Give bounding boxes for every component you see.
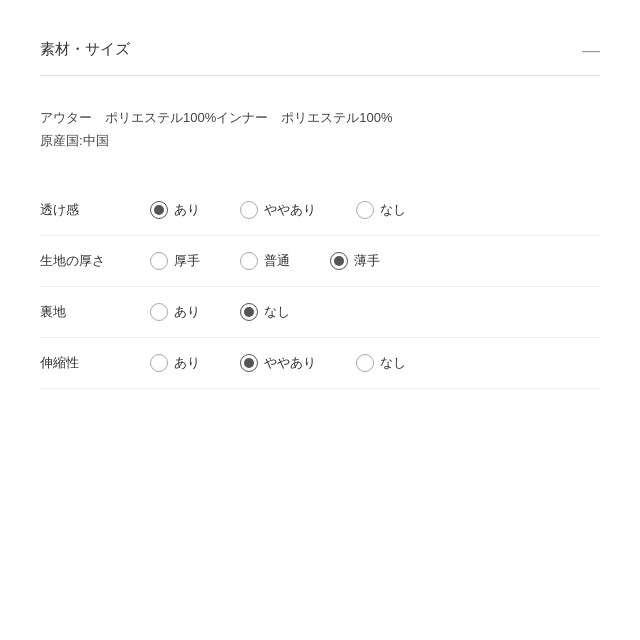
radio-label-2-1: なし [264, 303, 290, 321]
section-title: 素材・サイズ [40, 40, 130, 59]
attributes-list: 透け感ありややありなし生地の厚さ厚手普通薄手裏地ありなし伸縮性ありややありなし [40, 185, 600, 389]
radio-option-3-2[interactable]: なし [356, 354, 406, 372]
attribute-row: 裏地ありなし [40, 287, 600, 338]
radio-circle-0-1 [240, 201, 258, 219]
attribute-label-3: 伸縮性 [40, 354, 150, 372]
radio-option-1-0[interactable]: 厚手 [150, 252, 200, 270]
radio-label-0-2: なし [380, 201, 406, 219]
radio-label-3-1: ややあり [264, 354, 316, 372]
attribute-label-0: 透け感 [40, 201, 150, 219]
radio-circle-2-0 [150, 303, 168, 321]
radio-option-0-0[interactable]: あり [150, 201, 200, 219]
attribute-options-2: ありなし [150, 303, 600, 321]
attribute-options-0: ありややありなし [150, 201, 600, 219]
radio-option-3-0[interactable]: あり [150, 354, 200, 372]
page-container: 素材・サイズ — アウター ポリエステル100%インナー ポリエステル100%原… [0, 0, 640, 429]
attribute-label-2: 裏地 [40, 303, 150, 321]
radio-circle-3-2 [356, 354, 374, 372]
radio-label-3-2: なし [380, 354, 406, 372]
attribute-row: 伸縮性ありややありなし [40, 338, 600, 389]
collapse-icon[interactable]: — [582, 41, 600, 59]
radio-label-1-2: 薄手 [354, 252, 380, 270]
attribute-options-3: ありややありなし [150, 354, 600, 372]
radio-circle-3-0 [150, 354, 168, 372]
radio-option-1-1[interactable]: 普通 [240, 252, 290, 270]
section-header: 素材・サイズ — [40, 40, 600, 76]
radio-circle-1-1 [240, 252, 258, 270]
radio-option-1-2[interactable]: 薄手 [330, 252, 380, 270]
radio-circle-3-1 [240, 354, 258, 372]
radio-circle-2-1 [240, 303, 258, 321]
radio-circle-0-0 [150, 201, 168, 219]
attribute-label-1: 生地の厚さ [40, 252, 150, 270]
material-description: アウター ポリエステル100%インナー ポリエステル100%原産国:中国 [40, 106, 600, 153]
radio-circle-1-0 [150, 252, 168, 270]
radio-option-2-0[interactable]: あり [150, 303, 200, 321]
radio-circle-0-2 [356, 201, 374, 219]
attribute-row: 生地の厚さ厚手普通薄手 [40, 236, 600, 287]
attribute-options-1: 厚手普通薄手 [150, 252, 600, 270]
description-text: アウター ポリエステル100%インナー ポリエステル100%原産国:中国 [40, 110, 393, 148]
radio-label-1-1: 普通 [264, 252, 290, 270]
radio-option-3-1[interactable]: ややあり [240, 354, 316, 372]
radio-option-2-1[interactable]: なし [240, 303, 290, 321]
radio-label-0-0: あり [174, 201, 200, 219]
radio-label-2-0: あり [174, 303, 200, 321]
radio-label-1-0: 厚手 [174, 252, 200, 270]
radio-label-3-0: あり [174, 354, 200, 372]
attribute-row: 透け感ありややありなし [40, 185, 600, 236]
radio-circle-1-2 [330, 252, 348, 270]
radio-label-0-1: ややあり [264, 201, 316, 219]
radio-option-0-1[interactable]: ややあり [240, 201, 316, 219]
radio-option-0-2[interactable]: なし [356, 201, 406, 219]
